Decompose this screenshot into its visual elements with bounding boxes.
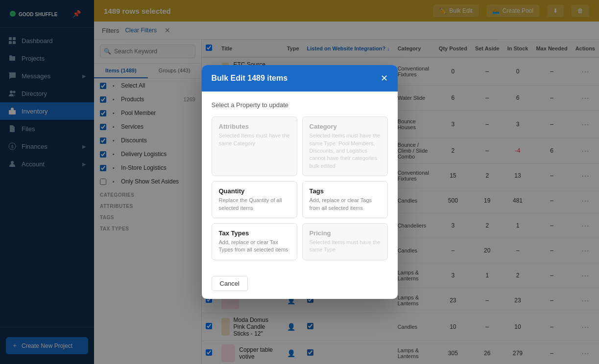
property-card-tags[interactable]: Tags Add, replace or clear Tags from all… (302, 181, 388, 218)
modal-title: Bulk Edit 1489 items (212, 74, 288, 83)
property-title: Tags (310, 187, 381, 195)
property-desc: Selected Items must have the same Type (310, 239, 381, 254)
property-title: Pricing (310, 229, 381, 237)
property-card-attributes: Attributes Selected Items must have the … (212, 116, 297, 176)
cancel-button[interactable]: Cancel (212, 276, 248, 291)
property-card-category: Category Selected Items must have the sa… (302, 116, 388, 176)
property-title: Category (310, 123, 381, 130)
modal-overlay[interactable]: Bulk Edit 1489 items ✕ Select a Property… (0, 0, 599, 364)
property-desc: Add, replace or clear Tax Types from all… (219, 239, 290, 254)
property-desc: Selected Items must have the same Catego… (219, 132, 290, 147)
property-title: Quantity (219, 187, 290, 195)
bulk-edit-modal: Bulk Edit 1489 items ✕ Select a Property… (202, 65, 398, 299)
property-card-tax_types[interactable]: Tax Types Add, replace or clear Tax Type… (212, 223, 297, 260)
property-card-quantity[interactable]: Quantity Replace the Quantity of all sel… (212, 181, 297, 218)
modal-footer: Cancel (202, 270, 398, 299)
property-desc: Add, replace or clear Tags from all sele… (310, 197, 381, 212)
modal-header: Bulk Edit 1489 items ✕ (202, 65, 398, 91)
modal-body: Select a Property to update Attributes S… (202, 91, 398, 270)
property-title: Attributes (219, 123, 290, 130)
property-desc: Replace the Quantity of all selected ite… (219, 197, 290, 212)
modal-subtitle: Select a Property to update (212, 101, 388, 109)
property-card-pricing: Pricing Selected Items must have the sam… (302, 223, 388, 260)
property-desc: Selected Items must have the same Type. … (310, 132, 381, 170)
modal-close-button[interactable]: ✕ (381, 73, 388, 84)
property-title: Tax Types (219, 229, 290, 237)
property-grid: Attributes Selected Items must have the … (212, 116, 388, 260)
